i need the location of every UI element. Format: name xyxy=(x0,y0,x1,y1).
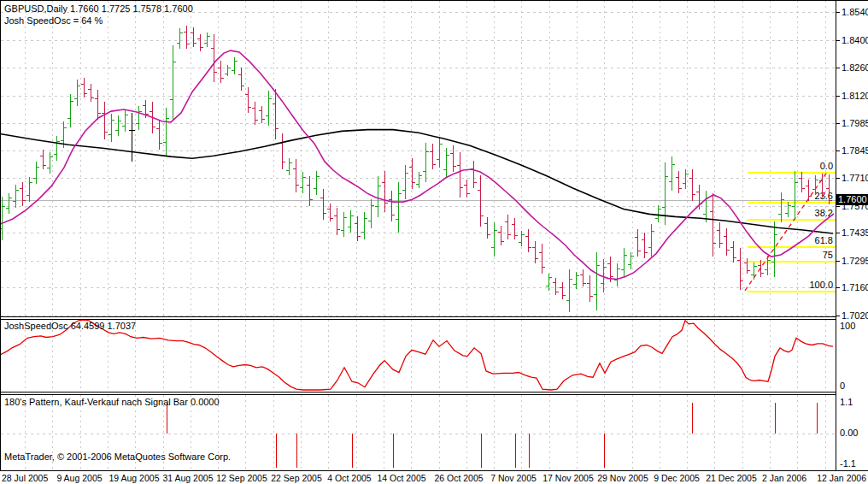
ohlc-bar xyxy=(67,94,73,128)
ohlc-bar xyxy=(102,102,108,139)
ohlc-bar xyxy=(361,212,367,240)
ohlc-bar xyxy=(402,165,408,198)
ohlc-bar xyxy=(47,152,53,174)
ohlc-bar xyxy=(498,226,504,245)
date-axis-label: 12 Sep 2005 xyxy=(216,473,267,483)
ohlc-bar xyxy=(348,210,354,233)
current-price-badge: 1.7600 xyxy=(836,194,868,205)
ohlc-bar xyxy=(95,90,101,120)
ohlc-bar xyxy=(259,106,265,123)
ohlc-bar xyxy=(129,113,135,162)
ohlc-bar xyxy=(13,185,19,208)
ohlc-bar xyxy=(416,172,422,188)
ohlc-bar xyxy=(437,137,443,168)
ohlc-bar xyxy=(163,108,169,156)
ma-slow-line xyxy=(0,130,833,233)
ohlc-bar xyxy=(491,222,497,257)
ohlc-bar xyxy=(40,150,46,169)
ohlc-bar xyxy=(464,180,470,198)
price-axis-label: 1.7160 xyxy=(842,282,868,292)
ohlc-bar xyxy=(457,152,463,198)
ohlc-bar xyxy=(314,171,320,195)
price-axis-label: 1.8260 xyxy=(842,62,868,73)
ohlc-bar xyxy=(74,80,80,105)
ohlc-bar xyxy=(587,275,593,302)
ohlc-bar xyxy=(204,32,210,47)
date-axis-label: 26 Oct 2005 xyxy=(434,473,483,483)
ohlc-bar xyxy=(730,241,736,263)
price-axis-label: 1.7985 xyxy=(842,118,868,128)
date-axis-label: 12 Jan 2006 xyxy=(817,473,866,483)
chart-canvas[interactable]: 0.023.638.261.875100.01.85401.84001.8260… xyxy=(0,0,868,484)
ohlc-bar xyxy=(409,158,415,189)
ohlc-bar xyxy=(334,208,340,236)
ohlc-bar xyxy=(525,229,531,252)
ohlc-bar xyxy=(300,172,306,193)
ohlc-bar xyxy=(471,161,477,188)
ohlc-bar xyxy=(88,84,94,102)
ohlc-bar xyxy=(539,244,545,274)
ohlc-bar xyxy=(54,136,60,161)
ohlc-bar xyxy=(355,216,361,242)
pattern-scale-zero: 0.00 xyxy=(840,428,858,438)
date-axis-label: 7 Nov 2005 xyxy=(490,473,537,483)
ohlc-bar xyxy=(532,241,538,263)
date-axis-label: 22 Sep 2005 xyxy=(271,473,322,483)
speedosc-scale-bottom: 0 xyxy=(840,381,845,391)
ohlc-bar xyxy=(6,193,12,214)
ohlc-bar xyxy=(566,269,572,312)
date-axis-label: 4 Oct 2005 xyxy=(327,473,372,483)
ohlc-bar xyxy=(307,176,313,206)
ma-fast-line xyxy=(0,50,834,279)
ohlc-bar xyxy=(191,27,196,47)
ohlc-bar xyxy=(170,45,176,120)
ohlc-bar xyxy=(737,248,743,290)
ohlc-bar xyxy=(396,182,402,233)
ohlc-bar xyxy=(573,272,579,289)
fibonacci-label: 75 xyxy=(823,250,833,260)
ohlc-bar xyxy=(423,143,429,182)
ohlc-bar xyxy=(177,28,183,50)
ohlc-bar xyxy=(676,171,682,193)
ohlc-bar xyxy=(621,248,627,278)
price-axis-label: 1.8540 xyxy=(842,7,868,17)
ohlc-bar xyxy=(648,224,654,257)
ohlc-bar xyxy=(33,162,39,184)
fibonacci-label: 100.0 xyxy=(809,280,833,290)
ohlc-bar xyxy=(115,115,121,135)
date-axis-label: 2 Jan 2006 xyxy=(762,473,806,483)
date-axis-label: 9 Aug 2005 xyxy=(56,473,102,483)
ohlc-bar xyxy=(320,189,326,220)
ohlc-bar xyxy=(765,256,771,275)
price-axis-label: 1.8400 xyxy=(842,35,868,45)
pattern-scale-low: -1.1 xyxy=(840,458,856,469)
ohlc-bar xyxy=(245,87,251,113)
ohlc-bar xyxy=(689,169,695,201)
speedosc-scale-top: 100 xyxy=(840,321,855,331)
ohlc-bar xyxy=(26,177,32,203)
copyright-text: MetaTrader, © 2001-2006 MetaQuotes Softw… xyxy=(4,452,231,463)
date-axis-label: 14 Oct 2005 xyxy=(377,473,425,483)
date-axis-label: 19 Aug 2005 xyxy=(109,473,160,483)
date-axis-label: 17 Nov 2005 xyxy=(542,473,594,483)
ohlc-bar xyxy=(505,215,511,240)
date-axis-label: 28 Jul 2005 xyxy=(2,473,48,483)
fibonacci-label: 23.6 xyxy=(815,191,833,201)
date-axis-label: 29 Nov 2005 xyxy=(597,473,648,483)
price-axis-label: 1.7295 xyxy=(842,256,868,266)
ohlc-bar xyxy=(368,199,374,229)
ohlc-bar xyxy=(799,172,805,192)
symbol-ohlc-header: GBPUSD,Daily 1.7660 1.7725 1.7578 1.7600 xyxy=(4,3,193,15)
price-axis-label: 1.7435 xyxy=(842,227,868,238)
ohlc-bar xyxy=(136,106,142,130)
ohlc-bar xyxy=(184,26,190,49)
ohlc-bar xyxy=(443,148,449,178)
ohlc-bar xyxy=(717,222,723,248)
fibonacci-label: 0.0 xyxy=(820,161,833,171)
ohlc-bar xyxy=(642,233,648,258)
ohlc-bar xyxy=(785,202,791,217)
date-axis-label: 9 Dec 2005 xyxy=(654,473,700,483)
indicator-header: Josh SpeedOsc = 64 % xyxy=(4,15,103,27)
ohlc-bar xyxy=(751,263,757,280)
ohlc-bar xyxy=(293,159,299,192)
